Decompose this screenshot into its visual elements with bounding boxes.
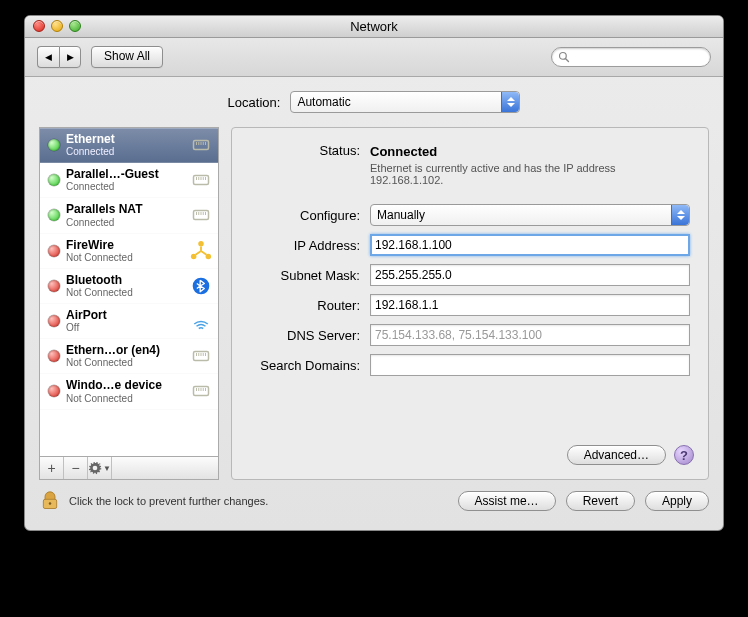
ip-address-label: IP Address:: [250, 238, 360, 253]
search-domains-input[interactable]: [370, 354, 690, 376]
advanced-row: Advanced… ?: [567, 445, 694, 465]
toolbar: ◀ ▶ Show All: [25, 38, 723, 77]
service-actions-button[interactable]: ▼: [88, 457, 112, 479]
advanced-button[interactable]: Advanced…: [567, 445, 666, 465]
ethernet-icon: [190, 134, 212, 156]
remove-service-button[interactable]: −: [64, 457, 88, 479]
lock-hint: Click the lock to prevent further change…: [69, 495, 268, 507]
configure-value: Manually: [377, 208, 425, 222]
location-popup[interactable]: Automatic: [290, 91, 520, 113]
configure-row: Configure: Manually: [250, 204, 690, 226]
status-row: Status: Connected Ethernet is currently …: [250, 142, 690, 186]
subnet-mask-input[interactable]: [370, 264, 690, 286]
service-item[interactable]: BluetoothNot Connected: [40, 269, 218, 304]
configure-label: Configure:: [250, 208, 360, 223]
router-row: Router:: [250, 294, 690, 316]
apply-button[interactable]: Apply: [645, 491, 709, 511]
dns-input[interactable]: [370, 324, 690, 346]
location-label: Location:: [228, 95, 281, 110]
service-labels: EthernetConnected: [66, 133, 184, 157]
add-service-button[interactable]: +: [40, 457, 64, 479]
services-toolbar-spacer: [112, 457, 218, 479]
service-labels: BluetoothNot Connected: [66, 274, 184, 298]
footer: Click the lock to prevent further change…: [39, 490, 709, 512]
nav-back-forward: ◀ ▶: [37, 46, 81, 68]
ethernet-icon: [190, 169, 212, 191]
search-domains-label: Search Domains:: [250, 358, 360, 373]
back-button[interactable]: ◀: [37, 46, 59, 68]
status-dot-icon: [48, 280, 60, 292]
service-status: Off: [66, 322, 184, 333]
ip-address-input[interactable]: [370, 234, 690, 256]
service-item[interactable]: AirPortOff: [40, 304, 218, 339]
minimize-button[interactable]: [51, 20, 63, 32]
service-details: Status: Connected Ethernet is currently …: [231, 127, 709, 480]
dns-label: DNS Server:: [250, 328, 360, 343]
service-name: Ethern…or (en4): [66, 344, 184, 357]
zoom-button[interactable]: [69, 20, 81, 32]
service-status: Connected: [66, 146, 184, 157]
service-name: Parallel…-Guest: [66, 168, 184, 181]
service-name: FireWire: [66, 239, 184, 252]
status-value: Connected: [370, 144, 437, 159]
bluetooth-icon: [190, 275, 212, 297]
service-name: Ethernet: [66, 133, 184, 146]
titlebar[interactable]: Network: [25, 16, 723, 38]
svg-point-12: [49, 502, 52, 505]
status-dot-icon: [48, 245, 60, 257]
service-item[interactable]: Windo…e deviceNot Connected: [40, 374, 218, 409]
service-name: AirPort: [66, 309, 184, 322]
configure-popup[interactable]: Manually: [370, 204, 690, 226]
ethernet-icon: [190, 380, 212, 402]
svg-point-5: [198, 241, 204, 247]
show-all-button[interactable]: Show All: [91, 46, 163, 68]
airport-icon: [190, 310, 212, 332]
status-dot-icon: [48, 385, 60, 397]
router-input[interactable]: [370, 294, 690, 316]
network-prefpane-window: Network ◀ ▶ Show All Location: Automatic…: [24, 15, 724, 531]
status-label: Status:: [250, 142, 360, 186]
services-toolbar: + − ▼: [39, 457, 219, 480]
status-dot-icon: [48, 139, 60, 151]
window-title: Network: [350, 19, 398, 34]
service-name: Bluetooth: [66, 274, 184, 287]
status-dot-icon: [48, 209, 60, 221]
help-button[interactable]: ?: [674, 445, 694, 465]
service-name: Parallels NAT: [66, 203, 184, 216]
service-item[interactable]: EthernetConnected: [40, 128, 218, 163]
service-item[interactable]: Ethern…or (en4)Not Connected: [40, 339, 218, 374]
service-status: Not Connected: [66, 287, 184, 298]
status-description: Ethernet is currently active and has the…: [370, 162, 620, 186]
service-labels: FireWireNot Connected: [66, 239, 184, 263]
search-input[interactable]: [574, 51, 704, 63]
chevron-left-icon: ◀: [45, 52, 52, 62]
service-labels: Windo…e deviceNot Connected: [66, 379, 184, 403]
ethernet-icon: [190, 204, 212, 226]
service-item[interactable]: Parallels NATConnected: [40, 198, 218, 233]
service-status: Not Connected: [66, 252, 184, 263]
columns: EthernetConnectedParallel…-GuestConnecte…: [39, 127, 709, 480]
service-item[interactable]: Parallel…-GuestConnected: [40, 163, 218, 198]
revert-button[interactable]: Revert: [566, 491, 635, 511]
svg-line-1: [566, 59, 569, 62]
forward-button[interactable]: ▶: [59, 46, 81, 68]
traffic-lights: [33, 20, 81, 32]
search-icon: [558, 51, 570, 63]
service-name: Windo…e device: [66, 379, 184, 392]
close-button[interactable]: [33, 20, 45, 32]
ip-address-row: IP Address:: [250, 234, 690, 256]
services-list[interactable]: EthernetConnectedParallel…-GuestConnecte…: [39, 127, 219, 457]
subnet-mask-label: Subnet Mask:: [250, 268, 360, 283]
service-status: Connected: [66, 181, 184, 192]
pane-body: Location: Automatic EthernetConnectedPar…: [25, 77, 723, 530]
lock-icon[interactable]: [39, 490, 61, 512]
service-status: Connected: [66, 217, 184, 228]
popup-arrows-icon: [671, 205, 689, 225]
service-item[interactable]: FireWireNot Connected: [40, 234, 218, 269]
status-dot-icon: [48, 315, 60, 327]
search-domains-row: Search Domains:: [250, 354, 690, 376]
search-field[interactable]: [551, 47, 711, 67]
assist-me-button[interactable]: Assist me…: [458, 491, 556, 511]
dns-row: DNS Server:: [250, 324, 690, 346]
router-label: Router:: [250, 298, 360, 313]
